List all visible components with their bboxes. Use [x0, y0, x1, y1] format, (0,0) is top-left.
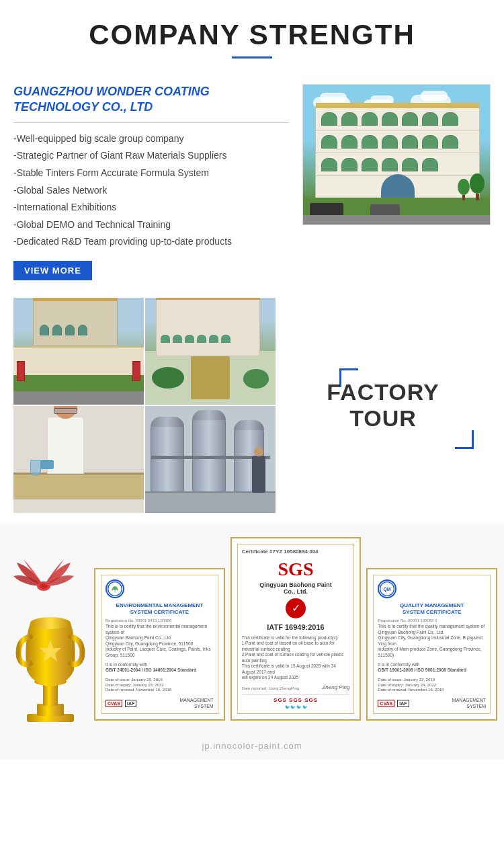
building-body	[315, 106, 480, 199]
building-roof	[316, 103, 479, 108]
cert-logo-row-2: Certificate #7YZ 10580894 004	[242, 549, 350, 555]
cert-logo-row-3: QM	[378, 579, 486, 598]
road	[303, 215, 490, 225]
cert-bottom-3: CVAS IAF MANAGEMENTSYSTEM	[378, 694, 486, 709]
certificates-section: ENVIRONMENTAL MANAGEMENTSYSTEM CERTIFICA…	[0, 524, 504, 735]
sgs-footer-logo-2: SGS SGS SGS	[242, 697, 350, 703]
car-1	[310, 203, 343, 215]
cert-inner-2: Certificate #7YZ 10580894 004 SGS Qingyu…	[237, 544, 355, 715]
cert-bottom-1: CVAS IAF MANAGEMENTSYSTEM	[106, 694, 214, 709]
cert-company-2: Qingyuan Baohong Paint Co., Ltd.	[242, 581, 350, 595]
cert-card-2: Certificate #7YZ 10580894 004 SGS Qingyu…	[230, 537, 362, 721]
page-title: COMPANY STRENGTH	[13, 19, 491, 51]
floor-line-1	[316, 130, 479, 130]
cert-conformity-3: It is in conformity with GB/T 19001-2008…	[378, 662, 486, 674]
cert-body-3: This is to certify that the quality mana…	[378, 624, 486, 658]
feature-item: -Stable Tinters Form Accurate Formula Sy…	[13, 167, 289, 180]
cert-date-2: Date reported: Liang,ZhengPing	[242, 686, 299, 690]
feature-item: -Well-equipped big scale group company	[13, 132, 289, 146]
factory-image-4	[145, 406, 276, 513]
car-2	[370, 204, 400, 215]
windows-row-3	[321, 158, 438, 171]
cert-logo-quality: QM	[378, 579, 396, 598]
watermark-text: jp.innocolor-paint.com	[202, 741, 302, 751]
cert-card-3: QM QUALITY MANAGEMENTSYSTEM CERTIFICATE …	[366, 568, 497, 721]
company-features-list: -Well-equipped big scale group company -…	[13, 132, 289, 249]
feature-item: -Dedicated R&D Team providing up-to-date…	[13, 235, 289, 249]
cert-sgs-footer-2: SGS SGS SGS 🐦 🐦 🐦 🐦	[242, 694, 350, 709]
iaf-logo-1: IAF	[125, 700, 136, 707]
company-building-image	[302, 84, 491, 280]
cert-logos-1: CVAS IAF	[106, 700, 136, 707]
cvas-logo-3: CVAS	[378, 700, 394, 707]
factory-images-grid	[13, 298, 276, 513]
watermark: jp.innocolor-paint.com	[0, 734, 504, 760]
company-info-left: GUANGZHOU WONDER COATING TECHNOLOGY CO.,…	[13, 84, 289, 280]
cert-sig-2: Zheng Ping	[322, 684, 349, 690]
trophy-area	[7, 559, 94, 727]
sgs-birds-2: 🐦 🐦 🐦 🐦	[242, 704, 350, 709]
svg-point-1	[40, 583, 48, 589]
factory-tour-line2: TOUR	[327, 405, 439, 432]
factory-tour-text-block: FACTORY TOUR	[327, 379, 439, 432]
factory-image-2	[145, 298, 276, 405]
cert-conformity-1: It is in conformity with GB/T 24001-2004…	[106, 662, 214, 674]
svg-text:QM: QM	[384, 588, 391, 593]
factory-image-3	[13, 406, 144, 513]
iaf-logo-3: IAF	[397, 700, 409, 707]
cloud-2	[320, 93, 347, 102]
cert-management-1: MANAGEMENTSYSTEM	[180, 697, 214, 709]
feature-item: -Global Sales Network	[13, 184, 289, 198]
cloud-6	[421, 91, 448, 101]
company-section: GUANGZHOU WONDER COATING TECHNOLOGY CO.,…	[0, 71, 504, 287]
cert-logo-env	[106, 579, 124, 598]
cert-dates-3: Date of issue: January 22, 2019 Date of …	[378, 678, 486, 693]
floor-line-2	[316, 153, 479, 153]
factory-tour-label-area: FACTORY TOUR	[276, 379, 491, 432]
cert-inner-1: ENVIRONMENTAL MANAGEMENTSYSTEM CERTIFICA…	[101, 575, 218, 714]
cert-logos-3: CVAS IAF	[378, 700, 409, 707]
page-header: COMPANY STRENGTH	[0, 0, 504, 71]
feature-item: -International Exhibitions	[13, 201, 289, 214]
cert-reg-1: Registration No. 00001 0413 150368	[106, 618, 214, 622]
cert-footer-2: Date reported: Liang,ZhengPing Zheng Pin…	[242, 684, 350, 690]
ribbon-decoration	[10, 559, 77, 613]
svg-point-6	[30, 617, 71, 629]
cert-title-3: QUALITY MANAGEMENTSYSTEM CERTIFICATE	[378, 602, 486, 615]
cert-card-1: ENVIRONMENTAL MANAGEMENTSYSTEM CERTIFICA…	[94, 568, 225, 721]
building-photo	[302, 84, 491, 225]
building-entrance	[381, 174, 415, 198]
view-more-button[interactable]: VIEW MORE	[13, 261, 92, 280]
cert-dates-1: Date of issue: January 25, 2016 Date of …	[106, 678, 214, 693]
company-name: GUANGZHOU WONDER COATING TECHNOLOGY CO.,…	[13, 84, 289, 116]
cvas-logo-1: CVAS	[106, 700, 122, 707]
sgs-logo-2: SGS	[242, 559, 350, 580]
title-underline	[232, 56, 272, 58]
cert-iatf-2: IATF 16949:2016	[242, 623, 350, 631]
cert-management-3: MANAGEMENTSYSTEM	[452, 697, 486, 709]
cert-body-2: This certificate is valid for the follow…	[242, 635, 350, 681]
cert-cert-num-2: Certificate #7YZ 10580894 004	[242, 549, 319, 555]
windows-row-1	[321, 112, 458, 126]
factory-tour-line1: FACTORY	[327, 379, 439, 405]
cert-reg-3: Registration No. 00001 130082 0	[378, 618, 486, 622]
tree-right-1	[470, 173, 485, 200]
factory-tour-section: FACTORY TOUR	[0, 287, 504, 524]
cert-body-1: This is to certify that the environmenta…	[106, 624, 214, 658]
windows-row-2	[321, 135, 458, 149]
certificates-grid: ENVIRONMENTAL MANAGEMENTSYSTEM CERTIFICA…	[94, 537, 497, 728]
cert-logo-row-1	[106, 579, 214, 598]
tree-right-2	[458, 179, 470, 200]
company-divider	[13, 122, 289, 123]
sgs-check-icon: ✓	[286, 598, 306, 618]
factory-image-1	[13, 298, 144, 405]
cert-inner-3: QM QUALITY MANAGEMENTSYSTEM CERTIFICATE …	[373, 575, 491, 714]
cert-title-1: ENVIRONMENTAL MANAGEMENTSYSTEM CERTIFICA…	[106, 602, 214, 615]
feature-item: -Strategic Partner of Giant Raw Material…	[13, 149, 289, 163]
feature-item: -Global DEMO and Technical Training	[13, 218, 289, 232]
